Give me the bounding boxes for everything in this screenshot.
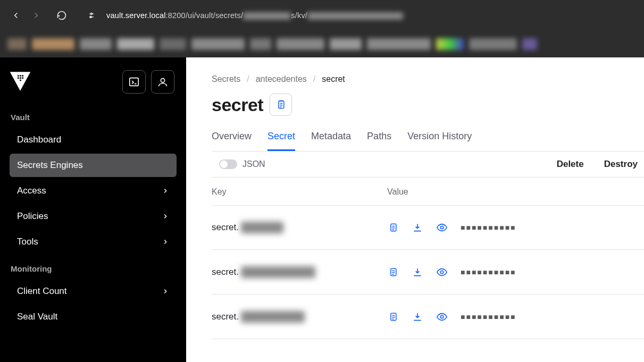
- eye-icon[interactable]: [436, 311, 448, 323]
- nav-monitoring-list: Client Count Seal Vault: [5, 279, 181, 330]
- page-title-row: secret: [212, 94, 644, 116]
- sidebar-item-tools[interactable]: Tools: [10, 230, 177, 254]
- breadcrumb: Secrets / antecedentes / secret: [212, 74, 644, 84]
- console-button[interactable]: [122, 70, 146, 94]
- bookmark-item[interactable]: [7, 38, 27, 50]
- app-shell: Vault Dashboard Secrets Engines Access P…: [0, 57, 644, 362]
- kv-key-prefix: secret.: [212, 222, 239, 233]
- section-label-monitoring: Monitoring: [5, 255, 181, 279]
- bookmark-item[interactable]: [277, 38, 324, 50]
- sidebar-item-access[interactable]: Access: [10, 179, 177, 203]
- delete-button[interactable]: Delete: [557, 159, 584, 170]
- browser-toolbar: vault.server.local:8200/ui/vault/secrets…: [0, 0, 644, 31]
- masked-value: ■■■■■■■■■■: [461, 268, 516, 276]
- destroy-button[interactable]: Destroy: [604, 159, 638, 170]
- table-row: secret. ■■■■■■■■■■: [212, 250, 644, 294]
- sidebar-item-secrets-engines[interactable]: Secrets Engines: [10, 154, 177, 177]
- sidebar: Vault Dashboard Secrets Engines Access P…: [0, 57, 186, 362]
- forward-button[interactable]: [31, 10, 41, 21]
- table-row: secret. ■■■■■■■■■■: [212, 294, 644, 339]
- url-redacted-1: [243, 12, 291, 20]
- breadcrumb-secrets[interactable]: Secrets: [212, 74, 240, 84]
- kv-key: secret.: [212, 222, 387, 233]
- tab-paths[interactable]: Paths: [367, 127, 391, 151]
- sidebar-item-policies[interactable]: Policies: [10, 205, 177, 228]
- site-settings-icon[interactable]: [86, 10, 97, 21]
- main-content: Secrets / antecedentes / secret secret O…: [186, 57, 644, 362]
- svg-rect-4: [22, 75, 23, 77]
- column-key: Key: [212, 187, 387, 197]
- svg-rect-2: [18, 75, 19, 77]
- bookmark-item[interactable]: [160, 38, 186, 50]
- sidebar-item-seal-vault[interactable]: Seal Vault: [10, 305, 177, 329]
- svg-point-15: [440, 271, 444, 274]
- svg-point-0: [91, 13, 93, 15]
- json-toggle-switch[interactable]: [219, 159, 237, 169]
- svg-rect-9: [130, 78, 139, 86]
- svg-point-17: [440, 315, 444, 318]
- sidebar-item-label: Secrets Engines: [17, 160, 83, 171]
- bookmark-item[interactable]: [117, 38, 154, 50]
- sidebar-item-client-count[interactable]: Client Count: [10, 280, 177, 303]
- copy-icon[interactable]: [387, 266, 399, 278]
- tab-metadata[interactable]: Metadata: [311, 127, 351, 151]
- bookmark-item[interactable]: [32, 38, 74, 50]
- svg-rect-3: [20, 75, 21, 77]
- address-bar[interactable]: vault.server.local:8200/ui/vault/secrets…: [106, 11, 403, 20]
- reload-button[interactable]: [56, 10, 67, 21]
- tab-secret[interactable]: Secret: [267, 127, 295, 151]
- vault-logo[interactable]: [9, 70, 32, 94]
- bookmark-item[interactable]: [367, 38, 431, 50]
- redacted-key-part: [241, 311, 305, 323]
- sidebar-item-label: Client Count: [17, 286, 67, 297]
- download-icon[interactable]: [412, 222, 423, 233]
- redacted-key-part: [241, 222, 283, 233]
- tab-overview[interactable]: Overview: [212, 127, 252, 151]
- copy-icon[interactable]: [387, 311, 399, 323]
- breadcrumb-separator: /: [313, 74, 315, 84]
- copy-path-button[interactable]: [270, 94, 292, 116]
- svg-rect-6: [20, 77, 21, 79]
- svg-rect-5: [18, 77, 19, 79]
- bookmark-item[interactable]: [80, 38, 112, 50]
- bookmark-item[interactable]: [522, 38, 537, 50]
- tabs: Overview Secret Metadata Paths Version H…: [212, 127, 644, 151]
- svg-point-13: [440, 226, 444, 229]
- bookmark-item[interactable]: [469, 38, 517, 50]
- tab-version-history[interactable]: Version History: [407, 127, 472, 151]
- bookmark-item[interactable]: [191, 38, 245, 50]
- sidebar-item-label: Access: [17, 186, 46, 196]
- breadcrumb-separator: /: [247, 74, 249, 84]
- action-bar: JSON Delete Destroy: [212, 151, 644, 178]
- json-toggle: JSON: [219, 159, 265, 169]
- url-domain: vault.server.local: [106, 11, 166, 20]
- browser-chrome: vault.server.local:8200/ui/vault/secrets…: [0, 0, 644, 57]
- header-actions: [122, 70, 174, 94]
- kv-value: ■■■■■■■■■■: [387, 311, 516, 323]
- eye-icon[interactable]: [436, 266, 448, 278]
- copy-icon[interactable]: [387, 222, 399, 233]
- bookmark-item[interactable]: [250, 38, 271, 50]
- sidebar-item-label: Seal Vault: [17, 312, 57, 322]
- url-path-1: /ui/vault/secrets/: [186, 11, 243, 20]
- chevron-right-icon: [162, 187, 169, 195]
- kv-key: secret.: [212, 311, 387, 323]
- bookmark-item[interactable]: [330, 38, 362, 50]
- breadcrumb-mid[interactable]: antecedentes: [256, 74, 307, 84]
- back-button[interactable]: [11, 10, 21, 21]
- url-path-2: s/kv/: [291, 11, 307, 20]
- sidebar-item-label: Dashboard: [17, 134, 61, 145]
- bookmark-item[interactable]: [436, 38, 464, 50]
- sidebar-item-dashboard[interactable]: Dashboard: [10, 128, 177, 151]
- eye-icon[interactable]: [436, 222, 448, 233]
- masked-value: ■■■■■■■■■■: [461, 313, 516, 321]
- section-label-vault: Vault: [5, 103, 181, 127]
- breadcrumb-current: secret: [322, 74, 345, 84]
- chevron-right-icon: [162, 288, 169, 295]
- sidebar-item-label: Tools: [17, 237, 38, 247]
- chevron-right-icon: [162, 238, 169, 246]
- download-icon[interactable]: [412, 266, 423, 278]
- sidebar-item-label: Policies: [17, 211, 48, 222]
- user-menu-button[interactable]: [151, 70, 174, 94]
- download-icon[interactable]: [412, 311, 423, 323]
